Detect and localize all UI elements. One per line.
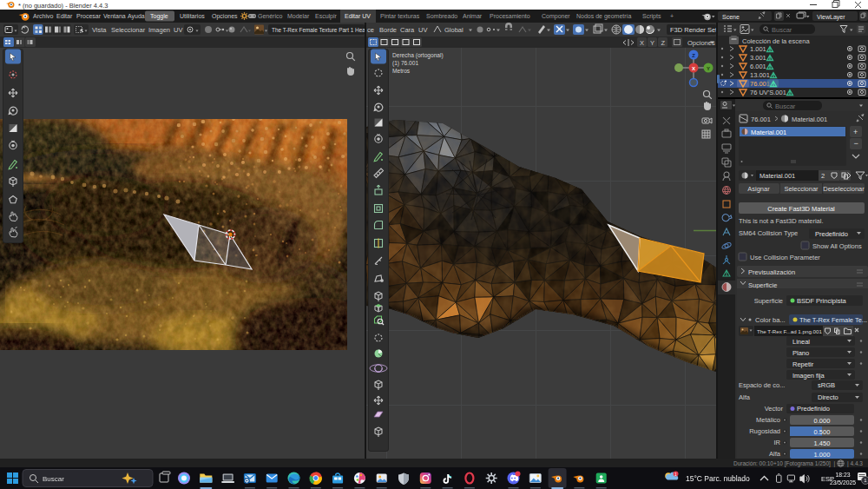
svg-text:Predefinido: Predefinido — [797, 405, 830, 413]
svg-text:ce: ce — [367, 26, 374, 34]
svg-text:Modelar: Modelar — [287, 13, 310, 19]
svg-text:Editar UV: Editar UV — [345, 13, 371, 19]
svg-text:Z: Z — [661, 39, 666, 47]
svg-text:Toggle: Toggle — [150, 13, 168, 20]
svg-text:The T-Rex Female Te...: The T-Rex Female Te... — [799, 316, 867, 324]
svg-text:Borde: Borde — [379, 26, 397, 34]
svg-text:76.001: 76.001 — [750, 80, 770, 88]
svg-text:Esculpir: Esculpir — [315, 13, 338, 20]
svg-text:Metálico: Metálico — [756, 416, 780, 424]
svg-text:F3D Render Set: F3D Render Set — [670, 26, 716, 34]
svg-text:(1) 76.001: (1) 76.001 — [392, 60, 418, 67]
svg-text:BSDF Principista: BSDF Principista — [797, 297, 847, 305]
svg-text:Editar: Editar — [56, 13, 73, 19]
svg-text:Pintar texturas: Pintar texturas — [380, 13, 420, 19]
svg-text:Deseleccionar: Deseleccionar — [823, 185, 865, 193]
svg-text:X: X — [692, 66, 695, 71]
svg-text:13.001: 13.001 — [750, 71, 770, 79]
svg-text:Derecha (ortogonal): Derecha (ortogonal) — [392, 52, 444, 59]
svg-text:Buscar: Buscar — [772, 26, 792, 34]
svg-text:X: X — [640, 39, 644, 47]
svg-text:Predefinido: Predefinido — [815, 230, 848, 238]
svg-text:0.000: 0.000 — [814, 417, 831, 425]
svg-text:Scripts: Scripts — [642, 13, 661, 20]
svg-text:Metros: Metros — [392, 68, 411, 74]
svg-text:Animar: Animar — [463, 13, 483, 19]
svg-text:Create Fast3D Material: Create Fast3D Material — [767, 205, 835, 213]
svg-text:This is not a Fast3D material.: This is not a Fast3D material. — [739, 217, 824, 225]
svg-text:Alfa: Alfa — [739, 393, 751, 401]
svg-text:sRGB: sRGB — [818, 381, 835, 389]
svg-text:Superficie: Superficie — [754, 297, 783, 305]
svg-text:Seleccionar: Seleccionar — [784, 185, 819, 193]
svg-text:Imagen fija: Imagen fija — [792, 372, 825, 380]
svg-text:Alfa: Alfa — [769, 450, 781, 458]
svg-text:Espacio de co...: Espacio de co... — [739, 381, 785, 389]
svg-text:+: + — [853, 128, 858, 136]
svg-text:Plano: Plano — [792, 349, 809, 357]
svg-text:Show All Options: Show All Options — [812, 242, 862, 250]
svg-text:1.001: 1.001 — [750, 45, 766, 53]
svg-text:Previsualización: Previsualización — [748, 268, 795, 276]
svg-text:Opciones: Opciones — [687, 39, 715, 47]
svg-text:Repetir: Repetir — [792, 360, 814, 368]
svg-text:Archivo: Archivo — [33, 13, 53, 19]
svg-text:Ventana: Ventana — [103, 13, 126, 19]
svg-text:SM64 Collision Type: SM64 Collision Type — [739, 229, 798, 237]
svg-text:23/5/2025: 23/5/2025 — [830, 479, 856, 486]
svg-text:Componer: Componer — [542, 13, 570, 20]
svg-text:Y: Y — [650, 39, 654, 47]
svg-text:Opciones: Opciones — [212, 13, 238, 20]
svg-text:3.001: 3.001 — [750, 54, 766, 62]
svg-text:ViewLayer: ViewLayer — [817, 14, 845, 21]
svg-text:Vista: Vista — [92, 26, 107, 34]
svg-text:+: + — [670, 13, 674, 19]
svg-text:Nodos de geometría: Nodos de geometría — [576, 13, 632, 20]
svg-text:Global: Global — [444, 26, 464, 34]
svg-text:Vector: Vector — [765, 405, 784, 413]
svg-text:Procesar: Procesar — [76, 13, 102, 19]
svg-text:Seleccionar: Seleccionar — [111, 26, 146, 34]
svg-text:1.000: 1.000 — [814, 451, 831, 459]
svg-text:The T-Rex F...ad 1.png.001: The T-Rex F...ad 1.png.001 — [757, 328, 822, 334]
svg-text:15°C Parc. nublado: 15°C Parc. nublado — [686, 474, 750, 483]
svg-text:Color ba...: Color ba... — [755, 316, 786, 324]
svg-text:Sombreado: Sombreado — [426, 13, 457, 19]
svg-text:Y: Y — [707, 66, 710, 71]
svg-text:Buscar: Buscar — [775, 102, 796, 110]
svg-text:0.500: 0.500 — [814, 428, 831, 436]
svg-text:76 UV'S.001: 76 UV'S.001 — [750, 89, 786, 96]
svg-text:Superficie: Superficie — [748, 281, 777, 289]
svg-text:Cara: Cara — [400, 26, 415, 34]
svg-text:Material.001: Material.001 — [792, 116, 827, 123]
svg-text:1.450: 1.450 — [814, 439, 831, 447]
svg-text:Material.001: Material.001 — [760, 172, 795, 180]
svg-text:Procesamiento: Procesamiento — [490, 13, 530, 19]
svg-text:* (no guardado) - Blender 4.4.: * (no guardado) - Blender 4.4.3 — [18, 2, 108, 10]
svg-text:Utilitarios: Utilitarios — [180, 13, 205, 19]
svg-text:The T-Rex Female Texture Part: The T-Rex Female Texture Part 1 Hea — [272, 27, 365, 33]
svg-text:Rugosidad: Rugosidad — [749, 427, 780, 435]
svg-text:Z: Z — [692, 53, 695, 58]
svg-text:Use Collision Parameter: Use Collision Parameter — [750, 254, 820, 261]
svg-text:UV: UV — [418, 26, 427, 34]
svg-text:Ayuda: Ayuda — [128, 13, 145, 20]
svg-text:−: − — [854, 139, 858, 148]
svg-text:76.001: 76.001 — [751, 116, 771, 123]
svg-text:UV: UV — [174, 26, 182, 34]
svg-text:Asignar: Asignar — [747, 185, 770, 193]
svg-text:Material.001: Material.001 — [751, 129, 786, 136]
svg-text:Genérico: Genérico — [258, 13, 283, 19]
svg-text:Scene: Scene — [722, 14, 740, 20]
svg-text:Lineal: Lineal — [792, 338, 810, 346]
svg-text:IR: IR — [774, 439, 781, 446]
svg-text:Colección de la escena: Colección de la escena — [742, 37, 810, 45]
svg-text:18:23: 18:23 — [835, 472, 850, 478]
svg-text:2: 2 — [821, 172, 825, 180]
svg-text:6.001: 6.001 — [750, 63, 766, 70]
svg-text:Imagen: Imagen — [148, 26, 170, 34]
svg-text:Directo: Directo — [818, 393, 838, 401]
